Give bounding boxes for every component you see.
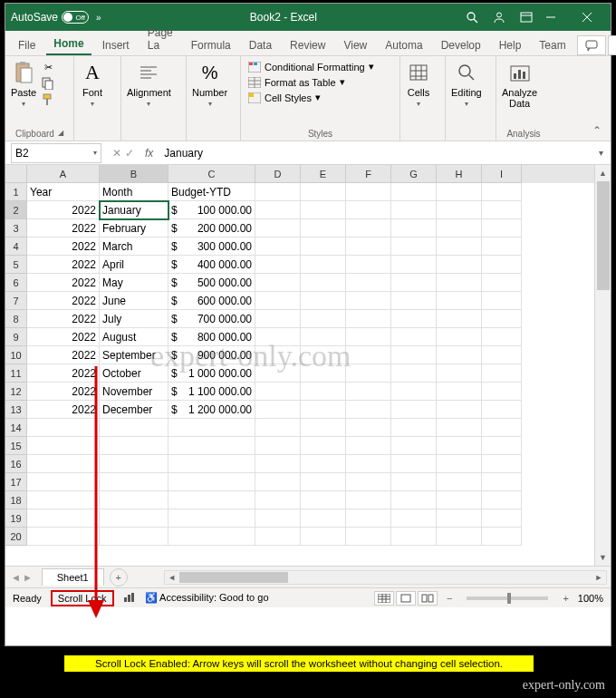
cell-F8[interactable] bbox=[346, 310, 391, 328]
cell-A5[interactable]: 2022 bbox=[27, 256, 100, 274]
alignment-button[interactable]: Alignment▾ bbox=[127, 60, 171, 108]
cell-F17[interactable] bbox=[346, 473, 391, 491]
cell-I4[interactable] bbox=[482, 238, 522, 256]
cell-B3[interactable]: February bbox=[100, 219, 168, 238]
cell-E15[interactable] bbox=[301, 437, 346, 455]
cell-G17[interactable] bbox=[391, 473, 437, 491]
row-header-1[interactable]: 1 bbox=[5, 183, 27, 201]
cell-C11[interactable]: $1 000 000.00 bbox=[168, 364, 255, 383]
cell-C12[interactable]: $1 100 000.00 bbox=[168, 383, 255, 401]
cell-D1[interactable] bbox=[255, 183, 301, 201]
cell-F12[interactable] bbox=[346, 383, 391, 401]
cell-B16[interactable] bbox=[100, 455, 168, 473]
row-header-6[interactable]: 6 bbox=[5, 274, 27, 292]
cell-I6[interactable] bbox=[482, 274, 522, 292]
cell-I3[interactable] bbox=[482, 219, 522, 238]
comments-button[interactable] bbox=[577, 35, 606, 55]
cell-H11[interactable] bbox=[437, 364, 482, 383]
tab-developer[interactable]: Develop bbox=[434, 35, 488, 55]
select-all-corner[interactable] bbox=[5, 165, 27, 183]
cell-G14[interactable] bbox=[391, 419, 437, 437]
enter-formula-button[interactable]: ✓ bbox=[125, 147, 134, 160]
horizontal-scrollbar[interactable]: ◄► bbox=[164, 570, 607, 585]
row-header-4[interactable]: 4 bbox=[5, 238, 27, 256]
cell-D20[interactable] bbox=[255, 528, 301, 546]
cell-B20[interactable] bbox=[100, 528, 168, 546]
cell-D5[interactable] bbox=[255, 256, 301, 274]
column-header-C[interactable]: C bbox=[168, 165, 255, 183]
scroll-up-button[interactable]: ▲ bbox=[595, 165, 611, 181]
cell-C19[interactable] bbox=[168, 509, 255, 528]
column-header-A[interactable]: A bbox=[27, 165, 100, 183]
cell-A12[interactable]: 2022 bbox=[27, 383, 100, 401]
cell-B5[interactable]: April bbox=[100, 256, 168, 274]
cell-B12[interactable]: November bbox=[100, 383, 168, 401]
cell-E14[interactable] bbox=[301, 419, 346, 437]
cell-I2[interactable] bbox=[482, 201, 522, 219]
cell-D18[interactable] bbox=[255, 491, 301, 509]
vertical-scrollbar[interactable]: ▲ ▼ bbox=[594, 165, 611, 566]
cell-E13[interactable] bbox=[301, 401, 346, 419]
cell-D8[interactable] bbox=[255, 310, 301, 328]
dialog-launcher-icon[interactable]: ◢ bbox=[58, 129, 63, 139]
cell-G7[interactable] bbox=[391, 292, 437, 310]
cell-B6[interactable]: May bbox=[100, 274, 168, 292]
cell-A3[interactable]: 2022 bbox=[27, 219, 100, 238]
cell-B2[interactable]: January bbox=[100, 201, 168, 219]
column-header-D[interactable]: D bbox=[255, 165, 301, 183]
row-header-17[interactable]: 17 bbox=[5, 473, 27, 491]
cell-G11[interactable] bbox=[391, 364, 437, 383]
cell-G13[interactable] bbox=[391, 401, 437, 419]
cell-I8[interactable] bbox=[482, 310, 522, 328]
cell-I13[interactable] bbox=[482, 401, 522, 419]
cell-A15[interactable] bbox=[27, 437, 100, 455]
cell-C9[interactable]: $800 000.00 bbox=[168, 328, 255, 346]
cells-button[interactable]: Cells▾ bbox=[406, 60, 431, 108]
cell-D12[interactable] bbox=[255, 383, 301, 401]
number-button[interactable]: %Number▾ bbox=[192, 60, 227, 108]
column-header-F[interactable]: F bbox=[346, 165, 391, 183]
cell-E1[interactable] bbox=[301, 183, 346, 201]
scroll-right-button[interactable]: ► bbox=[592, 571, 606, 584]
cell-E7[interactable] bbox=[301, 292, 346, 310]
cell-I16[interactable] bbox=[482, 455, 522, 473]
search-icon[interactable] bbox=[466, 11, 478, 24]
editing-button[interactable]: Editing▾ bbox=[451, 60, 482, 108]
row-header-3[interactable]: 3 bbox=[5, 219, 27, 238]
cell-F16[interactable] bbox=[346, 455, 391, 473]
view-normal-button[interactable] bbox=[374, 591, 394, 606]
cell-D19[interactable] bbox=[255, 509, 301, 528]
cell-I5[interactable] bbox=[482, 256, 522, 274]
cell-H9[interactable] bbox=[437, 328, 482, 346]
cell-A19[interactable] bbox=[27, 509, 100, 528]
cell-G19[interactable] bbox=[391, 509, 437, 528]
tab-insert[interactable]: Insert bbox=[95, 35, 137, 55]
tab-automate[interactable]: Automa bbox=[378, 35, 429, 55]
cell-H14[interactable] bbox=[437, 419, 482, 437]
cell-H3[interactable] bbox=[437, 219, 482, 238]
cell-D16[interactable] bbox=[255, 455, 301, 473]
cell-G3[interactable] bbox=[391, 219, 437, 238]
row-header-10[interactable]: 10 bbox=[5, 346, 27, 364]
hscroll-thumb[interactable] bbox=[179, 572, 288, 583]
cell-A11[interactable]: 2022 bbox=[27, 364, 100, 383]
cell-H16[interactable] bbox=[437, 455, 482, 473]
cell-G20[interactable] bbox=[391, 528, 437, 546]
cell-A14[interactable] bbox=[27, 419, 100, 437]
cell-C13[interactable]: $1 200 000.00 bbox=[168, 401, 255, 419]
cell-C2[interactable]: $100 000.00 bbox=[168, 201, 255, 219]
cell-I11[interactable] bbox=[482, 364, 522, 383]
cell-I14[interactable] bbox=[482, 419, 522, 437]
cell-F19[interactable] bbox=[346, 509, 391, 528]
share-button[interactable] bbox=[608, 35, 616, 55]
cell-B9[interactable]: August bbox=[100, 328, 168, 346]
cell-B10[interactable]: September bbox=[100, 346, 168, 364]
cell-H19[interactable] bbox=[437, 509, 482, 528]
cell-B18[interactable] bbox=[100, 491, 168, 509]
cell-A8[interactable]: 2022 bbox=[27, 310, 100, 328]
cell-B1[interactable]: Month bbox=[100, 183, 168, 201]
cell-G8[interactable] bbox=[391, 310, 437, 328]
tab-file[interactable]: File bbox=[11, 35, 43, 55]
copy-button[interactable] bbox=[40, 76, 56, 91]
row-header-18[interactable]: 18 bbox=[5, 491, 27, 509]
